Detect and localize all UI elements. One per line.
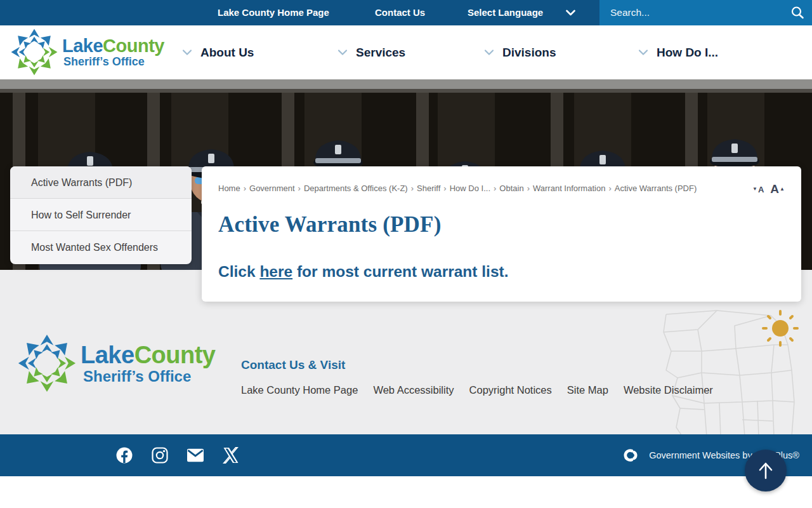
footer-links: Lake County Home Page Web Accessibility … [241, 384, 713, 396]
instagram-icon [152, 447, 168, 464]
instagram-link[interactable] [152, 447, 168, 464]
nav-label: How Do I... [657, 46, 718, 60]
footer-link-home-page[interactable]: Lake County Home Page [241, 384, 358, 396]
search-button[interactable] [783, 0, 812, 25]
breadcrumb-home[interactable]: Home [218, 184, 240, 193]
facebook-link[interactable] [116, 447, 133, 464]
letter-a-small: A [758, 185, 764, 194]
breadcrumb-warrant-information[interactable]: Warrant Information [533, 184, 605, 193]
breadcrumb-separator: › [411, 184, 414, 193]
brand-tagline: Sheriff’s Office [63, 55, 164, 69]
search-bar [599, 0, 812, 25]
brand-county: County [134, 342, 216, 368]
decrease-font-button[interactable]: ▼ A [752, 185, 764, 194]
chevron-down-icon [338, 50, 347, 55]
warrant-list-line: Click here for most current warrant list… [218, 263, 509, 281]
civicplus-icon [624, 448, 640, 462]
arrow-up-icon [756, 460, 775, 481]
x-twitter-link[interactable] [223, 447, 239, 464]
submenu-active-warrants[interactable]: Active Warrants (PDF) [10, 166, 192, 199]
chevron-down-icon [566, 10, 575, 16]
footer-logo[interactable]: LakeCounty Sheriff’s Office [17, 333, 216, 393]
line-suffix: for most current warrant list. [292, 263, 508, 280]
home-page-link[interactable]: Lake County Home Page [218, 0, 329, 25]
footer-link-copyright-notices[interactable]: Copyright Notices [469, 384, 552, 396]
search-input[interactable] [599, 0, 783, 25]
chevron-down-icon [639, 50, 648, 55]
line-prefix: Click [218, 263, 259, 280]
breadcrumb-separator: › [608, 184, 611, 193]
nav-divisions[interactable]: Divisions [485, 25, 556, 79]
social-links [116, 434, 239, 476]
sun-icon [763, 311, 797, 345]
content-card: Home›Government›Departments & Offices (K… [202, 166, 801, 302]
footer-link-site-map[interactable]: Site Map [567, 384, 608, 396]
brand-lake: Lake [81, 342, 134, 368]
select-language-dropdown[interactable]: Select Language [468, 0, 575, 25]
breadcrumb-how-do-i[interactable]: How Do I... [450, 184, 490, 193]
nav-label: Services [356, 46, 405, 60]
breadcrumb-obtain[interactable]: Obtain [499, 184, 523, 193]
contact-us-link[interactable]: Contact Us [375, 0, 425, 25]
brand-tagline: Sheriff’s Office [83, 368, 216, 385]
brand-text: LakeCounty Sheriff’s Office [62, 36, 164, 69]
chevron-down-icon [183, 50, 192, 55]
footer-link-web-accessibility[interactable]: Web Accessibility [373, 384, 454, 396]
breadcrumb-separator: › [443, 184, 446, 193]
breadcrumb: Home›Government›Departments & Offices (K… [218, 184, 697, 193]
bottom-bar: Government Websites by CivicPlus® [0, 434, 812, 476]
lake-county-star-icon [10, 28, 58, 76]
footer-link-website-disclaimer[interactable]: Website Disclaimer [624, 384, 713, 396]
letter-a-large: A [770, 182, 779, 196]
utility-bar: Lake County Home Page Contact Us Select … [0, 0, 812, 25]
footer-brand-text: LakeCounty Sheriff’s Office [81, 342, 216, 385]
breadcrumb-separator: › [494, 184, 496, 193]
chevron-down-icon [485, 50, 494, 55]
triangle-down-icon: ▼ [752, 187, 757, 192]
email-icon [187, 448, 204, 462]
x-twitter-icon [223, 447, 239, 464]
font-size-controls: ▼ A A ▲ [752, 182, 785, 196]
brand-county: County [103, 36, 164, 56]
triangle-up-icon: ▲ [780, 187, 785, 192]
breadcrumb-separator: › [527, 184, 530, 193]
footer-contact-us-visit-link[interactable]: Contact Us & Visit [241, 358, 345, 372]
submenu-most-wanted[interactable]: Most Wanted Sex Offenders [10, 231, 192, 264]
select-language-label: Select Language [468, 0, 543, 25]
breadcrumb-sheriff[interactable]: Sheriff [417, 184, 440, 193]
page-submenu: Active Warrants (PDF) How to Self Surren… [10, 166, 192, 264]
warrant-list-link[interactable]: here [259, 263, 292, 280]
increase-font-button[interactable]: A ▲ [770, 182, 785, 196]
nav-services[interactable]: Services [338, 25, 405, 79]
brand-lake: Lake [62, 36, 103, 56]
nav-about-us[interactable]: About Us [183, 25, 254, 79]
breadcrumb-current-page: Active Warrants (PDF) [615, 184, 697, 193]
submenu-self-surrender[interactable]: How to Self Surrender [10, 199, 192, 231]
site-header: LakeCounty Sheriff’s Office About Us Ser… [0, 25, 812, 79]
breadcrumb-departments[interactable]: Departments & Offices (K-Z) [304, 184, 408, 193]
page: Lake County Home Page Contact Us Select … [0, 0, 812, 508]
facebook-icon [116, 447, 133, 464]
lake-county-star-icon [17, 333, 77, 393]
county-map-graphic [622, 307, 812, 434]
email-link[interactable] [187, 447, 204, 464]
breadcrumb-separator: › [298, 184, 301, 193]
site-logo[interactable]: LakeCounty Sheriff’s Office [10, 28, 164, 76]
nav-label: Divisions [502, 46, 556, 60]
breadcrumb-government[interactable]: Government [249, 184, 295, 193]
nav-how-do-i[interactable]: How Do I... [639, 25, 718, 79]
nav-label: About Us [200, 46, 254, 60]
scroll-to-top-button[interactable] [745, 450, 787, 491]
page-title: Active Warrants (PDF) [218, 212, 442, 237]
breadcrumb-separator: › [244, 184, 246, 193]
search-icon [790, 5, 805, 20]
